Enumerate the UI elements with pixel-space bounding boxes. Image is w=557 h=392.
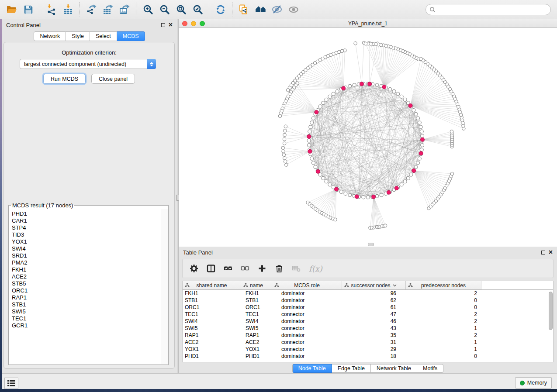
mcds-node-item[interactable]: TID3	[12, 231, 161, 238]
search-box[interactable]	[426, 4, 551, 15]
control-panel-tab[interactable]: Style	[66, 31, 90, 41]
mcds-node-item[interactable]: PHD1	[12, 210, 161, 217]
table-row[interactable]: YOX1 YOX1 connector 29 1	[183, 346, 553, 353]
show-graphics-details-icon[interactable]	[285, 1, 302, 18]
control-panel-tab[interactable]: MCDS	[117, 31, 145, 41]
mcds-node-item[interactable]: STB5	[12, 280, 161, 287]
mcds-result-box: MCDS result (17 nodes) PHD1CAR1STP4TID3Y…	[8, 202, 169, 365]
open-file-icon[interactable]	[3, 1, 20, 18]
memory-button[interactable]: Memory	[515, 377, 552, 389]
mcds-node-item[interactable]: ORC1	[12, 287, 161, 294]
mcds-node-item[interactable]: TEC1	[12, 315, 161, 322]
run-mcds-button[interactable]: Run MCDS	[43, 74, 86, 84]
deselect-all-icon[interactable]	[241, 264, 249, 273]
column-header[interactable]: MCDS role	[272, 281, 342, 289]
mcds-node-item[interactable]: SWI5	[12, 308, 161, 315]
column-header[interactable]: successor nodes	[342, 281, 406, 289]
zoom-out-icon[interactable]	[156, 1, 173, 18]
export-network-icon[interactable]	[83, 1, 100, 18]
close-panel-icon[interactable]: ×	[549, 250, 553, 254]
network-window: YPA_prune.txt_1	[179, 19, 557, 247]
table-tab[interactable]: Motifs	[417, 364, 443, 373]
criterion-value: largest connected component (undirected)	[20, 61, 147, 67]
save-session-icon[interactable]	[20, 1, 37, 18]
mcds-node-item[interactable]: CAR1	[12, 217, 161, 224]
close-panel-icon[interactable]: ×	[169, 23, 173, 27]
mcds-node-item[interactable]: RAP1	[12, 294, 161, 301]
table-row[interactable]: ORC1 ORC1 dominator 61 0	[183, 304, 553, 311]
clone-network-icon[interactable]	[235, 1, 252, 18]
table-tab[interactable]: Network Table	[371, 364, 417, 373]
export-image-icon[interactable]	[116, 1, 133, 18]
toolbar-separator	[209, 2, 209, 17]
table-options-gear-icon[interactable]	[190, 264, 198, 273]
mcds-node-item[interactable]: SRD1	[12, 252, 161, 259]
table-panel-title: Table Panel	[183, 249, 213, 256]
mcds-node-item[interactable]: PMA2	[12, 259, 161, 266]
table-row[interactable]: SWI4 SWI4 dominator 46 2	[183, 318, 553, 325]
memory-status-icon	[520, 381, 525, 385]
desktop-wallpaper-bottom	[0, 389, 557, 392]
column-header[interactable]: name	[241, 281, 272, 289]
mcds-node-item[interactable]: STP4	[12, 224, 161, 231]
float-panel-icon[interactable]	[161, 23, 165, 27]
toolbar-separator	[80, 2, 80, 17]
import-table-icon[interactable]	[60, 1, 76, 18]
mcds-list-scrollbar[interactable]	[162, 209, 168, 364]
mcds-node-item[interactable]: ACE2	[12, 273, 161, 280]
mcds-node-item[interactable]: STB1	[12, 301, 161, 308]
mcds-node-item[interactable]: SWI4	[12, 245, 161, 252]
add-column-icon[interactable]	[258, 264, 266, 273]
column-header[interactable]: shared name	[183, 281, 241, 289]
node-table: shared name name MCDS role	[182, 281, 554, 362]
toolbar-separator	[232, 2, 232, 17]
search-sites-icon[interactable]	[252, 1, 269, 18]
horizontal-splitter-handle[interactable]	[368, 243, 374, 246]
table-row[interactable]: SWI5 SWI5 connector 43 1	[183, 325, 553, 332]
show-column-panel-icon[interactable]	[207, 264, 215, 273]
table-row[interactable]: PHD1 PHD1 dominator 18 0	[183, 353, 553, 360]
refresh-layout-icon[interactable]	[212, 1, 229, 18]
zoom-selected-icon[interactable]	[189, 1, 206, 18]
table-tab[interactable]: Edge Table	[332, 364, 371, 373]
mcds-node-item[interactable]: FKH1	[12, 266, 161, 273]
delete-column-icon[interactable]	[275, 264, 284, 273]
optimization-criterion-label: Optimization criterion:	[4, 49, 174, 56]
app-window: Control Panel × NetworkStyleSelectMCDS O…	[0, 0, 557, 392]
network-window-titlebar[interactable]: YPA_prune.txt_1	[179, 19, 557, 28]
mcds-result-title: MCDS result (17 nodes)	[11, 202, 74, 209]
table-row[interactable]: ACE2 ACE2 connector 31 1	[183, 339, 553, 346]
mcds-tab-content: Optimization criterion: largest connecte…	[3, 42, 175, 369]
close-panel-button[interactable]: Close panel	[91, 74, 135, 84]
table-panel: Table Panel × f(x) shared name	[179, 247, 557, 373]
mcds-node-item[interactable]: YOX1	[12, 238, 161, 245]
table-row[interactable]: FKH1 FKH1 dominator 96 2	[183, 290, 553, 297]
zoom-in-icon[interactable]	[139, 1, 156, 18]
criterion-select[interactable]: largest connected component (undirected)	[20, 59, 156, 69]
status-bar: Memory	[2, 373, 557, 389]
network-canvas[interactable]	[179, 28, 557, 247]
table-scrollbar-thumb[interactable]	[549, 292, 553, 330]
select-all-icon[interactable]	[224, 264, 232, 273]
control-panel-tab[interactable]: Network	[34, 31, 66, 41]
table-scrollbar[interactable]	[548, 291, 553, 361]
mcds-node-item[interactable]: GCR1	[12, 322, 161, 329]
import-network-icon[interactable]	[43, 1, 60, 18]
main-toolbar	[0, 0, 557, 19]
table-row[interactable]: RAP1 RAP1 dominator 35 2	[183, 332, 553, 339]
table-tab[interactable]: Node Table	[292, 364, 332, 373]
table-row[interactable]: STB1 STB1 dominator 62 0	[183, 297, 553, 304]
network-graph[interactable]	[179, 28, 557, 247]
float-panel-icon[interactable]	[541, 251, 545, 254]
control-panel-tab[interactable]: Select	[90, 31, 117, 41]
zoom-fit-icon[interactable]	[173, 1, 189, 18]
table-row[interactable]: TEC1 TEC1 connector 47 2	[183, 311, 553, 318]
hide-graphics-details-icon[interactable]	[269, 1, 285, 18]
node-table-header: shared name name MCDS role	[183, 281, 553, 290]
export-table-icon[interactable]	[100, 1, 116, 18]
task-history-button[interactable]	[4, 378, 18, 389]
toolbar-separator	[136, 2, 136, 17]
column-header[interactable]: predecessor nodes	[406, 281, 481, 289]
search-input[interactable]	[436, 7, 550, 13]
memory-label: Memory	[527, 380, 547, 386]
